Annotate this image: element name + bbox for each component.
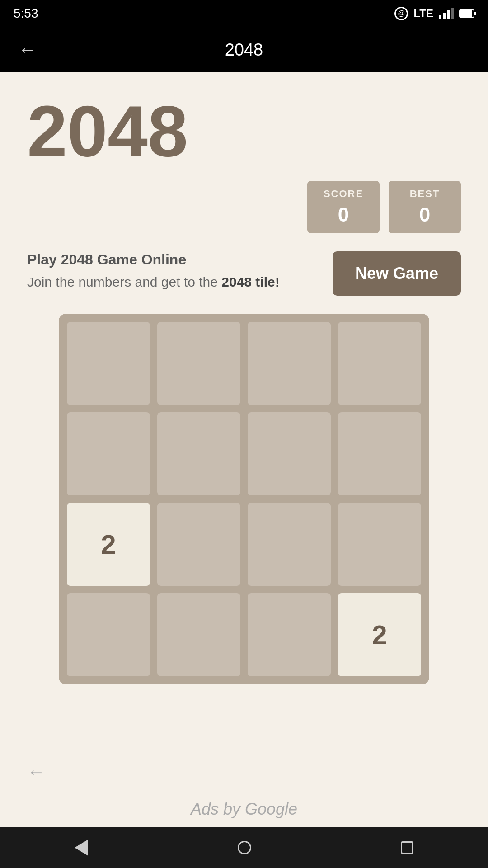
desc-body-text1: Join the numbers and get to the	[27, 274, 221, 289]
nav-bar: ← 2048	[0, 27, 488, 72]
signal-icon	[439, 8, 454, 19]
tile	[338, 503, 421, 586]
tile: 2	[338, 593, 421, 676]
tile	[67, 322, 150, 405]
game-grid: 22	[67, 322, 421, 676]
best-box: BEST 0	[389, 181, 461, 233]
tile	[157, 322, 240, 405]
tile	[157, 503, 240, 586]
bottom-back-arrow[interactable]: ←	[27, 762, 45, 782]
best-value: 0	[402, 203, 447, 226]
tile	[248, 593, 331, 676]
score-value: 0	[321, 203, 366, 226]
recents-nav-button[interactable]	[401, 841, 413, 854]
tile	[157, 593, 240, 676]
tile	[157, 412, 240, 495]
tile	[248, 503, 331, 586]
score-box: SCORE 0	[307, 181, 380, 233]
score-label: SCORE	[321, 188, 366, 200]
nav-title: 2048	[225, 40, 263, 60]
desc-body: Join the numbers and get to the 2048 til…	[27, 273, 319, 292]
tile	[67, 593, 150, 676]
system-bar	[0, 827, 488, 868]
status-icons: @ LTE	[394, 7, 474, 20]
tile	[338, 412, 421, 495]
battery-icon	[459, 9, 474, 18]
notification-icon: @	[394, 7, 408, 20]
back-nav-button[interactable]	[75, 840, 88, 856]
new-game-button[interactable]: New Game	[333, 251, 461, 296]
tile: 2	[67, 503, 150, 586]
tile	[248, 412, 331, 495]
lte-label: LTE	[413, 7, 433, 20]
game-board: 22	[59, 314, 429, 684]
desc-body-bold: 2048 tile!	[221, 274, 279, 289]
game-title: 2048	[27, 95, 461, 167]
bottom-arrow-area: ←	[0, 753, 488, 791]
status-bar: 5:53 @ LTE	[0, 0, 488, 27]
main-content: 2048 SCORE 0 BEST 0 Play 2048 Game Onlin…	[0, 72, 488, 753]
back-button[interactable]: ←	[18, 39, 37, 61]
tile	[67, 412, 150, 495]
desc-title: Play 2048 Game Online	[27, 251, 319, 268]
status-time: 5:53	[14, 6, 38, 21]
best-label: BEST	[402, 188, 447, 200]
home-nav-button[interactable]	[238, 841, 251, 854]
ads-bar: Ads by Google	[0, 791, 488, 827]
tile	[248, 322, 331, 405]
info-row: Play 2048 Game Online Join the numbers a…	[27, 251, 461, 296]
game-description: Play 2048 Game Online Join the numbers a…	[27, 251, 333, 292]
ads-text: Ads by Google	[191, 800, 297, 819]
tile	[338, 322, 421, 405]
score-area: SCORE 0 BEST 0	[27, 181, 461, 233]
